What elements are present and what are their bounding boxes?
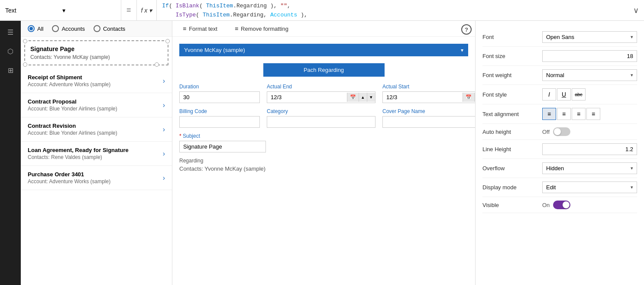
actual-end-clear-btn[interactable]: ▾: [367, 93, 375, 102]
text-alignment-label: Text alignment: [482, 111, 539, 117]
display-mode-select-display[interactable]: Edit: [542, 181, 637, 193]
visible-toggle-group: On: [542, 201, 637, 209]
filter-all-radio[interactable]: [28, 25, 35, 32]
formula-expand-button[interactable]: ∨: [628, 0, 644, 20]
filter-contacts-radio[interactable]: [94, 25, 100, 32]
filter-all[interactable]: All: [28, 25, 43, 32]
font-weight-select[interactable]: Normal: [542, 69, 637, 81]
style-buttons-group: I U abc: [542, 88, 637, 100]
category-field: Category: [267, 108, 375, 128]
font-size-value: [542, 50, 637, 62]
font-prop-row: Font Open Sans: [482, 28, 637, 47]
format-text-icon: ≡: [183, 25, 186, 32]
name-dropdown[interactable]: Yvonne McKay (sample): [179, 44, 468, 56]
billing-code-label: Billing Code: [179, 108, 260, 114]
equals-symbol: =: [121, 0, 137, 20]
category-input[interactable]: [267, 116, 375, 128]
list-item[interactable]: Loan Agreement, Ready for Signature Cont…: [21, 142, 172, 166]
filter-contacts[interactable]: Contacts: [94, 25, 125, 32]
subject-input[interactable]: [179, 141, 266, 152]
actual-end-input[interactable]: [267, 92, 347, 103]
fx-chevron: [149, 7, 152, 14]
filter-accounts[interactable]: Accounts: [52, 25, 84, 32]
line-height-input[interactable]: [542, 143, 637, 155]
name-dropdown-value: Yvonne McKay (sample): [184, 47, 461, 53]
visible-toggle[interactable]: [553, 201, 570, 209]
cover-page-name-label: Cover Page Name: [382, 108, 475, 114]
formula-bar: Text = f x If( IsBlank( ThisItem.Regardi…: [0, 0, 644, 21]
actual-start-input-group: 📅 ▴ ▾: [382, 91, 475, 103]
remove-formatting-label: Remove formatting: [241, 26, 288, 32]
actual-end-time-btn[interactable]: ▴: [359, 93, 367, 102]
actual-start-input[interactable]: [383, 92, 463, 103]
overflow-text: Hidden: [546, 165, 631, 172]
category-label: Category: [267, 108, 375, 114]
font-select-arrow: [631, 34, 633, 40]
list-item[interactable]: Contract Revision Account: Blue Yonder A…: [21, 117, 172, 142]
list-item[interactable]: Receipt of Shipment Account: Adventure W…: [21, 69, 172, 93]
list-item-title: Contract Proposal: [28, 98, 163, 105]
font-select-text: Open Sans: [546, 34, 631, 40]
form-area: Yvonne McKay (sample) Pach Regarding Dur…: [172, 37, 475, 285]
font-style-buttons: I U abc: [542, 88, 637, 100]
align-left-button[interactable]: ≡: [542, 108, 556, 120]
list-item-sub: Account: Adventure Works (sample): [28, 178, 163, 185]
auto-height-label: Auto height: [482, 129, 539, 135]
visible-toggle-knob: [563, 201, 570, 208]
format-text-label: Format text: [189, 26, 217, 32]
regarding-value: Contacts: Yvonne McKay (sample): [179, 165, 468, 172]
font-weight-select-display[interactable]: Normal: [542, 69, 637, 81]
overflow-arrow: [631, 165, 633, 171]
font-weight-label: Font weight: [482, 72, 539, 78]
font-select[interactable]: Open Sans: [542, 31, 637, 43]
overflow-select[interactable]: Hidden: [542, 162, 637, 174]
cover-page-name-input[interactable]: [382, 116, 475, 128]
align-center-button[interactable]: ≡: [557, 108, 571, 120]
remove-formatting-button[interactable]: ≡ Remove formatting: [231, 23, 292, 34]
formula-editor[interactable]: If( IsBlank( ThisItem.Regarding ), "", I…: [157, 0, 628, 20]
overflow-select-display[interactable]: Hidden: [542, 162, 637, 174]
list-item-sub: Account: Blue Yonder Airlines (sample): [28, 130, 163, 136]
actual-start-calendar-btn[interactable]: 📅: [463, 93, 474, 102]
actual-end-calendar-btn[interactable]: 📅: [347, 93, 359, 102]
display-mode-select[interactable]: Edit: [542, 181, 637, 193]
text-alignment-buttons: ≡ ≡ ≡ ≡: [542, 108, 637, 120]
align-right-button[interactable]: ≡: [572, 108, 586, 120]
actual-start-time-btn[interactable]: ▴: [474, 93, 475, 102]
patch-regarding-button[interactable]: Pach Regarding: [263, 63, 385, 77]
subject-label: Subject: [179, 133, 468, 139]
duration-input[interactable]: [179, 91, 260, 103]
card-handle-tr: [165, 39, 170, 43]
italic-button[interactable]: I: [542, 88, 556, 100]
filter-accounts-radio[interactable]: [52, 25, 59, 32]
sidebar-menu-icon[interactable]: ☰: [3, 24, 18, 40]
strikethrough-button[interactable]: abc: [572, 88, 586, 100]
duration-label: Duration: [179, 84, 260, 90]
regarding-label: Regarding: [179, 158, 468, 164]
align-justify-button[interactable]: ≡: [586, 108, 600, 120]
overflow-prop-row: Overflow Hidden: [482, 159, 637, 178]
help-icon[interactable]: ?: [461, 24, 472, 35]
text-property-dropdown[interactable]: Text: [0, 0, 121, 20]
remove-formatting-icon: ≡: [235, 25, 238, 32]
sidebar-grid-icon[interactable]: ⊞: [3, 62, 18, 78]
list-item-content: Loan Agreement, Ready for Signature Cont…: [28, 147, 163, 160]
list-item-content: Purchase Order 3401 Account: Adventure W…: [28, 171, 163, 185]
fx-button[interactable]: f x: [137, 0, 157, 20]
list-item[interactable]: Purchase Order 3401 Account: Adventure W…: [21, 166, 172, 190]
font-size-input[interactable]: [542, 50, 637, 62]
list-item[interactable]: Contract Proposal Account: Blue Yonder A…: [21, 93, 172, 117]
sidebar-layers-icon[interactable]: ⬡: [3, 43, 18, 59]
duration-field: Duration: [179, 84, 260, 103]
underline-button[interactable]: U: [557, 88, 571, 100]
display-mode-text: Edit: [546, 184, 631, 191]
font-weight-text: Normal: [546, 72, 631, 78]
format-text-button[interactable]: ≡ Format text: [179, 23, 221, 34]
formula-dropdown-label: Text: [5, 7, 59, 14]
signature-card-title: Signature Page: [30, 45, 162, 52]
font-size-prop-row: Font size: [482, 47, 637, 66]
signature-card[interactable]: Signature Page Contacts: Yvonne McKay (s…: [24, 40, 168, 65]
auto-height-toggle[interactable]: [553, 127, 570, 136]
font-select-display[interactable]: Open Sans: [542, 31, 637, 43]
billing-code-input[interactable]: [179, 116, 260, 128]
